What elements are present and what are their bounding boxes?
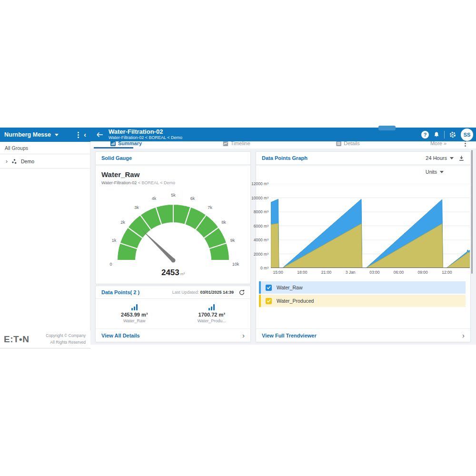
all-groups-label: All Groups xyxy=(5,145,28,151)
view-full-trendviewer-label: View Full Trendviewer xyxy=(262,333,317,338)
breadcrumb: Water-Filtration-02 < BOREAL < Demo xyxy=(109,135,182,140)
breadcrumb-root[interactable]: Water-Filtration-02 xyxy=(109,135,144,140)
sidebar-footer: E:T•N Copyright © Company All Rights Res… xyxy=(0,330,90,348)
svg-text:5k: 5k xyxy=(171,193,176,198)
solid-gauge-card: Solid Gauge Water_Raw Water-Filtration-0… xyxy=(95,151,251,284)
legend-label: Water_Produced xyxy=(277,298,314,304)
data-points-graph-card: Data Points Graph 24 Hours Units 0 m³200… xyxy=(256,151,471,342)
gauge-breadcrumb-leaf[interactable]: Demo xyxy=(164,180,175,185)
copyright: Copyright © Company All Rights Reserved xyxy=(46,333,86,345)
area-chart[interactable] xyxy=(271,184,470,268)
divider xyxy=(444,131,445,139)
data-point-name: Water_Raw xyxy=(123,318,146,323)
last-updated-value: 03/01/2025 14:39 xyxy=(200,290,234,295)
bar-chart-icon xyxy=(131,304,138,310)
data-points-card: Data Points( 2 ) Last Updated: 03/01/202… xyxy=(95,286,251,342)
units-dropdown[interactable]: Units xyxy=(426,169,444,175)
solid-gauge: 01k2k3k4k5k6k7k8k9k10k xyxy=(102,190,245,271)
header-actions: ? SS xyxy=(421,128,473,141)
chevron-down-icon xyxy=(450,157,454,159)
gauge-breadcrumb-mid: BOREAL xyxy=(141,180,159,185)
legend-row-water-produced[interactable]: Water_Produced xyxy=(259,295,466,307)
svg-text:7k: 7k xyxy=(208,205,212,210)
bar-chart-icon xyxy=(208,304,215,310)
breadcrumb-mid[interactable]: BOREAL xyxy=(149,135,166,140)
sidebar-header: Nurnberg Messe ‹ xyxy=(0,128,90,142)
app-header: Water-Filtration-02 Water-Filtration-02 … xyxy=(90,128,476,141)
title-block: Water-Filtration-02 Water-Filtration-02 … xyxy=(109,129,182,140)
back-button[interactable] xyxy=(96,132,103,138)
breadcrumb-leaf[interactable]: Demo xyxy=(171,135,182,140)
gauge-datapoint-name: Water_Raw xyxy=(101,170,245,178)
data-point-value: 1700.72 m³ xyxy=(198,312,225,317)
timeline-tab-icon xyxy=(223,141,228,146)
gauge-breadcrumb: Water-Filtration-02 < BOREAL < Demo xyxy=(101,180,245,185)
sidebar-item-demo[interactable]: › Demo xyxy=(0,154,90,169)
svg-text:6k: 6k xyxy=(190,196,195,201)
svg-text:4k: 4k xyxy=(151,196,156,201)
eaton-logo: E:T•N xyxy=(4,334,29,345)
data-point-name: Water_Produ... xyxy=(198,318,226,323)
view-full-trendviewer-link[interactable]: View Full Trendviewer › xyxy=(256,328,470,342)
svg-text:0: 0 xyxy=(109,262,112,267)
svg-text:10k: 10k xyxy=(232,262,239,267)
copyright-line2: All Rights Reserved xyxy=(50,340,86,345)
download-icon[interactable] xyxy=(458,155,465,161)
time-range-value: 24 Hours xyxy=(426,155,447,161)
view-all-details-label: View All Details xyxy=(101,333,140,338)
gauge-breadcrumb-root: Water-Filtration-02 xyxy=(101,180,137,185)
gauge-breadcrumb-separator: < xyxy=(160,180,162,185)
last-updated: Last Updated: 03/01/2025 14:39 xyxy=(172,290,234,295)
gear-icon[interactable] xyxy=(449,131,456,139)
gauge-body: Water_Raw Water-Filtration-02 < BOREAL <… xyxy=(96,166,250,278)
group-label: Demo xyxy=(21,159,34,164)
data-point-item[interactable]: 1700.72 m³ Water_Produ... xyxy=(173,299,251,328)
units-label: Units xyxy=(426,169,437,175)
graph-card-header: Data Points Graph 24 Hours xyxy=(256,152,470,166)
chevron-right-icon: › xyxy=(462,331,465,339)
sidebar-item-all-groups[interactable]: All Groups xyxy=(0,142,90,154)
breadcrumb-separator: < xyxy=(145,135,148,140)
gauge-breadcrumb-separator: < xyxy=(138,180,140,185)
checkbox-checked[interactable] xyxy=(266,298,272,304)
gauge-value-unit: m³ xyxy=(180,272,185,276)
chevron-down-icon xyxy=(440,171,444,173)
view-all-details-link[interactable]: View All Details › xyxy=(96,329,250,342)
data-point-item[interactable]: 2453.99 m³ Water_Raw xyxy=(96,299,173,328)
gauge-value: 2453m³ xyxy=(101,268,245,278)
group-dots-icon xyxy=(11,159,17,164)
avatar[interactable]: SS xyxy=(461,129,473,141)
time-range-dropdown[interactable]: 24 Hours xyxy=(426,155,454,161)
details-tab-icon xyxy=(336,141,341,146)
legend-row-water-raw[interactable]: Water_Raw xyxy=(259,281,466,294)
expand-chevron-icon[interactable]: › xyxy=(6,159,8,164)
kebab-menu-icon[interactable] xyxy=(78,132,79,138)
app-frame: Nurnberg Messe ‹ All Groups › Demo E:T•N… xyxy=(0,0,476,476)
data-point-value: 2453.99 m³ xyxy=(121,312,148,317)
bell-icon[interactable] xyxy=(433,131,440,138)
breadcrumb-separator: < xyxy=(167,135,169,140)
chevron-down-icon[interactable] xyxy=(55,134,59,136)
summary-tab-icon xyxy=(110,141,116,146)
collapse-sidebar-icon[interactable]: ‹ xyxy=(84,131,86,138)
trend-chart: 0 m³2000 m³4000 m³6000 m³8000 m³10000 m³… xyxy=(271,184,470,268)
gauge-value-number: 2453 xyxy=(161,268,179,277)
data-points-title: Data Points( 2 ) xyxy=(101,289,139,295)
svg-text:2k: 2k xyxy=(120,220,125,225)
data-points-card-header: Data Points( 2 ) Last Updated: 03/01/202… xyxy=(96,286,250,299)
svg-text:9k: 9k xyxy=(230,238,235,243)
checkbox-checked[interactable] xyxy=(266,285,272,291)
page-title: Water-Filtration-02 xyxy=(109,129,182,135)
scrollbar-thumb[interactable] xyxy=(471,150,473,274)
help-icon[interactable]: ? xyxy=(421,131,429,139)
graph-card-title: Data Points Graph xyxy=(262,155,307,161)
solid-gauge-title: Solid Gauge xyxy=(101,155,132,161)
y-axis-labels: 0 m³2000 m³4000 m³6000 m³8000 m³10000 m³… xyxy=(248,184,268,268)
svg-text:3k: 3k xyxy=(134,205,139,210)
chevron-right-icon: › xyxy=(242,331,245,339)
last-updated-label: Last Updated: xyxy=(172,290,199,295)
org-name[interactable]: Nurnberg Messe xyxy=(4,131,51,138)
refresh-icon[interactable] xyxy=(238,289,245,296)
data-points-list: 2453.99 m³ Water_Raw 1700.72 m³ Water_Pr… xyxy=(96,299,250,329)
svg-text:8k: 8k xyxy=(221,220,226,225)
